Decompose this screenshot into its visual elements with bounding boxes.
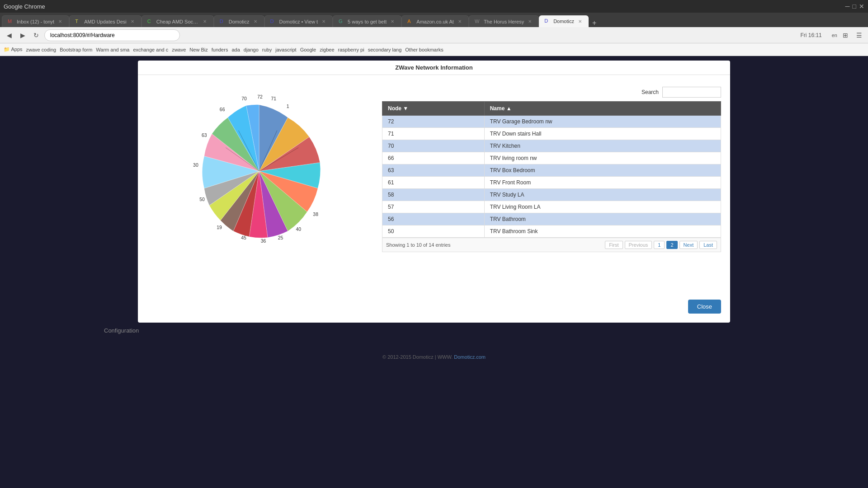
bookmark-zigbee[interactable]: zigbee — [320, 47, 334, 52]
bookmark-zwave-coding[interactable]: zwave coding — [26, 47, 57, 52]
tab-label-domoticz-active: Domoticz — [553, 19, 574, 24]
table-header-row: Node ▼ Name ▲ — [382, 102, 721, 116]
last-page-link[interactable]: Last — [699, 241, 717, 249]
cell-name: TRV Living Room LA — [484, 201, 721, 213]
bookmark-apps[interactable]: 📁 Apps — [4, 47, 23, 52]
tab-5ways[interactable]: G 5 ways to get bett ✕ — [333, 15, 401, 27]
tab-horus[interactable]: W The Horus Heresy ✕ — [469, 15, 539, 27]
tab-close-cheap-amd[interactable]: ✕ — [202, 19, 208, 25]
modal-title: ZWave Network Information — [138, 61, 730, 75]
cell-node: 72 — [382, 116, 485, 128]
tab-close-inbox[interactable]: ✕ — [57, 19, 63, 25]
back-button[interactable]: ◀ — [4, 30, 14, 41]
next-page-link[interactable]: Next — [679, 241, 698, 249]
bookmark-newbiz[interactable]: New Biz — [189, 47, 208, 52]
bookmark-other[interactable]: Other bookmarks — [405, 47, 443, 52]
browser-chrome: Google Chrome ─ □ ✕ M Inbox (12) - tonyt… — [0, 0, 868, 56]
tab-label-amazon: Amazon.co.uk At — [416, 19, 454, 24]
tab-amazon[interactable]: A Amazon.co.uk At ✕ — [401, 15, 469, 27]
tab-domoticz-active[interactable]: D Domoticz ✕ — [539, 15, 589, 27]
bookmark-warm[interactable]: Warm and sma — [96, 47, 129, 52]
column-node[interactable]: Node ▼ — [382, 102, 485, 116]
previous-page-link[interactable]: Previous — [625, 241, 652, 249]
cell-node: 63 — [382, 164, 485, 177]
forward-button[interactable]: ▶ — [17, 30, 28, 41]
tab-inbox[interactable]: M Inbox (12) - tonyt ✕ — [2, 15, 69, 27]
menu-button[interactable]: ☰ — [854, 30, 864, 41]
page-2-link[interactable]: 2 — [666, 241, 677, 249]
minimize-icon[interactable]: ─ — [845, 3, 850, 10]
table-row[interactable]: 66TRV living room nw — [382, 152, 721, 164]
table-row[interactable]: 50TRV Bathroom Sink — [382, 225, 721, 238]
tab-icon-cheap-amd: C — [147, 19, 154, 25]
bookmark-funders[interactable]: funders — [212, 47, 228, 52]
table-row[interactable]: 56TRV Bathroom — [382, 213, 721, 225]
new-tab-button[interactable]: + — [589, 19, 600, 27]
node-label-70: 70 — [241, 96, 247, 101]
table-area: Search Node ▼ Name ▲ 72TRV Garage Bedroo… — [382, 87, 721, 314]
tab-domoticz1[interactable]: D Domoticz ✕ — [214, 15, 264, 27]
close-window-icon[interactable]: ✕ — [859, 3, 864, 10]
clock: Fri 16:11 — [800, 32, 821, 38]
cell-node: 61 — [382, 177, 485, 189]
table-row[interactable]: 63TRV Box Bedroom — [382, 164, 721, 177]
tab-label-domoticz2: Domoticz • View t — [279, 19, 318, 24]
tab-close-5ways[interactable]: ✕ — [389, 19, 396, 25]
tab-amd[interactable]: T AMD Updates Desi ✕ — [69, 15, 142, 27]
bookmark-exchange[interactable]: exchange and c — [133, 47, 169, 52]
table-row[interactable]: 58TRV Study LA — [382, 189, 721, 201]
tab-label-domoticz1: Domoticz — [229, 19, 250, 24]
tab-close-amazon[interactable]: ✕ — [457, 19, 463, 25]
reload-button[interactable]: ↻ — [31, 30, 42, 41]
tab-icon-horus: W — [475, 19, 481, 25]
node-label-50: 50 — [199, 197, 205, 202]
bookmark-bootstrap[interactable]: Bootstrap form — [60, 47, 92, 52]
node-label-45: 45 — [241, 235, 246, 240]
maximize-icon[interactable]: □ — [853, 3, 856, 10]
tab-close-domoticz1[interactable]: ✕ — [252, 19, 259, 25]
cell-name: TRV Garage Bedroom nw — [484, 116, 721, 128]
cell-name: TRV Front Room — [484, 177, 721, 189]
footer-link[interactable]: Domoticz.com — [454, 354, 486, 360]
url-bar[interactable] — [44, 29, 180, 41]
bookmark-javascript[interactable]: javascript — [275, 47, 296, 52]
footer: © 2012-2015 Domoticz | WWW. Domoticz.com — [0, 350, 868, 364]
tab-domoticz2[interactable]: D Domoticz • View t ✕ — [264, 15, 333, 27]
search-input[interactable] — [662, 87, 721, 98]
cell-name: TRV Bathroom — [484, 213, 721, 225]
tab-close-horus[interactable]: ✕ — [527, 19, 533, 25]
table-row[interactable]: 57TRV Living Room LA — [382, 201, 721, 213]
cell-name: TRV Box Bedroom — [484, 164, 721, 177]
tab-close-domoticz-active[interactable]: ✕ — [577, 18, 583, 24]
tab-label-cheap-amd: Cheap AMD Socket — [156, 19, 199, 24]
bookmark-ruby[interactable]: ruby — [262, 47, 272, 52]
first-page-link[interactable]: First — [605, 241, 623, 249]
language-indicator: en — [832, 33, 837, 38]
table-row[interactable]: 70TRV Kitchen — [382, 140, 721, 152]
bookmark-django[interactable]: django — [244, 47, 259, 52]
bookmark-raspberry[interactable]: raspberry pi — [338, 47, 364, 52]
cell-node: 66 — [382, 152, 485, 164]
toolbar: ◀ ▶ ↻ Fri 16:11 en ⊞ ☰ — [0, 27, 868, 43]
close-button[interactable]: Close — [688, 300, 721, 314]
page-1-link[interactable]: 1 — [654, 241, 665, 249]
showing-text: Showing 1 to 10 of 14 entries — [386, 242, 450, 248]
bookmarks-bar: 📁 Apps zwave coding Bootstrap form Warm … — [0, 43, 868, 56]
cell-node: 58 — [382, 189, 485, 201]
table-row[interactable]: 71TRV Down stairs Hall — [382, 128, 721, 140]
tab-cheap-amd[interactable]: C Cheap AMD Socket ✕ — [142, 15, 214, 27]
extensions-button[interactable]: ⊞ — [840, 30, 851, 41]
node-label-30: 30 — [193, 163, 198, 168]
bookmark-zwave[interactable]: zwave — [172, 47, 186, 52]
column-name[interactable]: Name ▲ — [484, 102, 721, 116]
cell-node: 70 — [382, 140, 485, 152]
bookmark-ada[interactable]: ada — [231, 47, 240, 52]
bookmark-secondary[interactable]: secondary lang — [368, 47, 402, 52]
table-row[interactable]: 72TRV Garage Bedroom nw — [382, 116, 721, 128]
tab-icon-domoticz1: D — [220, 19, 226, 25]
tab-label-inbox: Inbox (12) - tonyt — [17, 19, 54, 24]
bookmark-google[interactable]: Google — [300, 47, 316, 52]
table-row[interactable]: 61TRV Front Room — [382, 177, 721, 189]
tab-close-amd[interactable]: ✕ — [129, 19, 136, 25]
tab-close-domoticz2[interactable]: ✕ — [321, 19, 327, 25]
